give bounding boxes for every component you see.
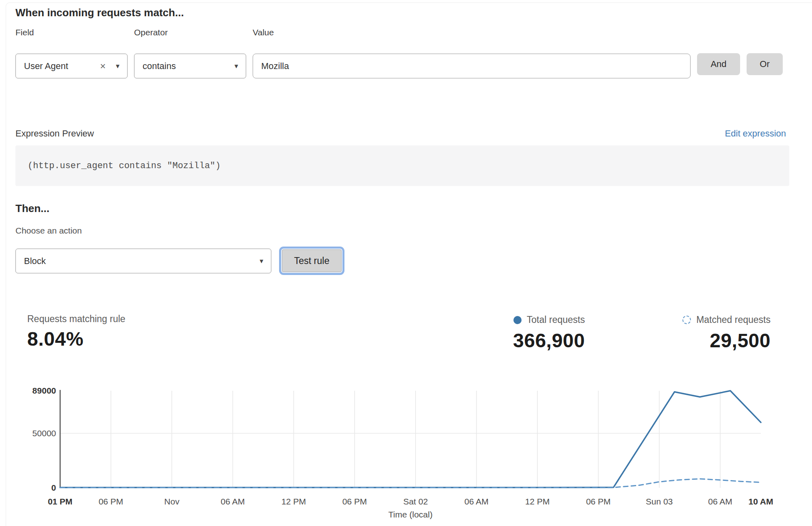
field-select[interactable]: User Agent × ▼: [15, 54, 128, 78]
chart-x-tick-label: 12 PM: [281, 497, 306, 506]
stat-matched-requests: Matched requests 29,500: [608, 314, 771, 352]
chart-x-tick-label: 06 AM: [464, 497, 489, 506]
stat-total-label: Total requests: [527, 314, 585, 325]
chart-x-axis-title: Time (local): [388, 510, 433, 519]
chevron-down-icon: ▼: [233, 63, 239, 69]
value-input[interactable]: [253, 54, 691, 78]
chart-x-tick-label: 01 PM: [48, 497, 73, 506]
page-title: When incoming requests match...: [15, 6, 184, 19]
chart-x-tick-label: 06 AM: [221, 497, 245, 506]
chart-x-tick-label: Sat 02: [403, 497, 428, 506]
or-button[interactable]: Or: [747, 53, 783, 75]
operator-label: Operator: [134, 28, 168, 37]
chart-x-tick-label: 10 AM: [748, 497, 773, 506]
chart-x-tick-label: 12 PM: [525, 497, 550, 506]
stat-matched-label: Matched requests: [696, 314, 771, 325]
action-select[interactable]: Block ▼: [15, 249, 271, 273]
total-requests-dot-icon: [513, 316, 522, 324]
action-select-value: Block: [24, 256, 258, 266]
stat-total-requests: Total requests 366,900: [422, 314, 585, 352]
expression-preview-label: Expression Preview: [15, 128, 94, 139]
chart-x-tick-label: 06 AM: [708, 497, 732, 506]
chart-y-tick-label: 50000: [32, 429, 56, 438]
stat-requests-matching: Requests matching rule 8.04%: [27, 314, 126, 350]
choose-action-label: Choose an action: [15, 226, 82, 236]
chart-line-total-requests: [60, 391, 761, 487]
stat-matched-value: 29,500: [710, 329, 771, 352]
clear-icon[interactable]: ×: [100, 61, 106, 71]
chart-x-tick-label: 06 PM: [99, 497, 123, 506]
chart-x-tick-label: 06 PM: [586, 497, 611, 506]
matched-requests-dashed-circle-icon: [682, 316, 691, 324]
test-rule-button[interactable]: Test rule: [281, 249, 342, 273]
stat-total-value: 366,900: [513, 329, 585, 352]
operator-select-value: contains: [143, 61, 233, 71]
stat-matching-value: 8.04%: [27, 328, 126, 350]
expression-preview-box: (http.user_agent contains "Mozilla"): [15, 145, 789, 186]
chart-y-tick-label: 0: [51, 483, 56, 492]
chart-line-matched-requests: [60, 479, 761, 487]
edit-expression-link[interactable]: Edit expression: [725, 128, 786, 139]
value-label: Value: [253, 28, 274, 37]
chart-x-tick-label: 06 PM: [342, 497, 367, 506]
chevron-down-icon: ▼: [258, 258, 264, 264]
chart-x-tick-label: Nov: [164, 497, 180, 506]
requests-line-chart: 0500008900001 PM06 PMNov06 AM12 PM06 PMS…: [0, 382, 812, 526]
operator-select[interactable]: contains ▼: [134, 54, 246, 78]
and-button[interactable]: And: [697, 53, 740, 75]
expression-code: (http.user_agent contains "Mozilla"): [28, 161, 221, 171]
chart-y-tick-label: 89000: [32, 386, 56, 395]
then-heading: Then...: [15, 202, 50, 215]
stat-matching-label: Requests matching rule: [27, 314, 126, 325]
field-label: Field: [15, 28, 34, 37]
chevron-down-icon: ▼: [115, 63, 121, 69]
field-select-value: User Agent: [24, 61, 100, 71]
chart-x-tick-label: Sun 03: [646, 497, 673, 506]
